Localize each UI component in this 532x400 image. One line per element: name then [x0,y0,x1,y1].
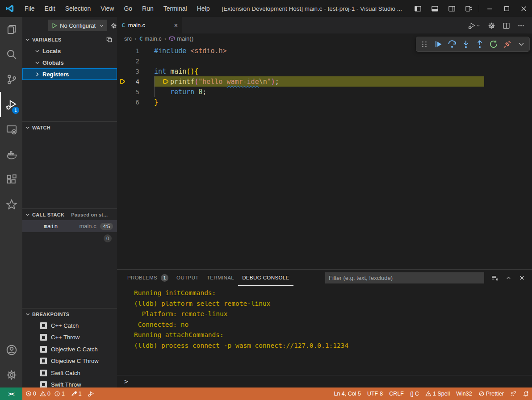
breakpoints-header[interactable]: BREAKPOINTS [22,308,117,320]
gear-icon[interactable] [110,22,117,29]
menu-file[interactable]: File [20,0,40,17]
step-over-button[interactable] [448,40,457,49]
activity-item-run-and-debug[interactable]: 1 [0,92,22,117]
settings-gear-button[interactable] [488,21,495,29]
variables-header[interactable]: VARIABLES [22,34,117,45]
breakpoint-checkbox[interactable] [40,346,47,353]
debug-run-dropdown-button[interactable] [468,21,481,29]
menu-terminal[interactable]: Terminal [159,0,192,17]
activity-item-favorites[interactable] [0,192,22,217]
layout-secondary-sidebar-button[interactable] [443,0,460,17]
statusbar-problems[interactable]: 001 [22,388,68,400]
menu-run[interactable]: Run [137,0,159,17]
debug-console-input[interactable]: > [117,375,532,388]
menu-help[interactable]: Help [192,0,215,17]
disconnect-button[interactable] [503,40,512,49]
more-actions-button[interactable] [517,21,525,29]
statusbar-feedback[interactable] [507,388,519,400]
panel-tab-debug-console[interactable]: DEBUG CONSOLE [238,270,293,286]
console-line: Platform: remote-linux [134,309,532,320]
step-out-button[interactable] [475,40,484,49]
step-into-button[interactable] [461,40,470,49]
breadcrumb-item-2[interactable]: Cmain.c [139,35,162,42]
breakpoint-item[interactable]: C++ Catch [22,320,117,332]
vscode-window: FileEditSelectionViewGoRunTerminalHelp [… [0,0,532,400]
maximize-button[interactable] [498,0,515,17]
breakpoint-checkbox[interactable] [40,381,47,388]
layout-sidebar-button[interactable] [409,0,426,17]
variables-scope-registers[interactable]: Registers [22,68,117,80]
variables-scope-locals[interactable]: Locals [22,45,117,57]
menu-view[interactable]: View [96,0,119,17]
close-panel-icon[interactable] [519,275,525,281]
breakpoint-item[interactable]: C++ Throw [22,332,117,344]
c-file-icon: C [121,22,125,29]
scope-label: Locals [42,48,61,54]
breakpoint-item[interactable]: Swift Catch [22,367,117,379]
remote-indicator[interactable]: >< [0,388,22,400]
breadcrumb-item-3[interactable]: main() [169,35,193,42]
split-editor-button[interactable] [503,21,510,29]
dropdown-chevron-button[interactable] [517,40,526,49]
panel-actions [325,272,532,283]
activity-item-search[interactable] [0,42,22,67]
statusbar-notifications[interactable] [519,388,532,400]
activity-item-remote-explorer[interactable] [0,117,22,142]
breakpoint-checkbox[interactable] [40,370,47,376]
console-filter-input[interactable] [325,272,484,283]
panel-tab-label: PROBLEMS [127,275,157,280]
breakpoint-checkbox[interactable] [40,334,47,341]
panel-tab-output[interactable]: OUTPUT [172,270,203,286]
layout-panel-button[interactable] [426,0,443,17]
breakpoint-item[interactable]: Objective C Throw [22,355,117,367]
debug-console-output[interactable]: Running initCommands:(lldb) platform sel… [117,286,532,375]
panel-tab-problems[interactable]: PROBLEMS1 [123,270,172,286]
code-editor[interactable]: 1#include <stdio.h>23int main(){4printf(… [117,43,532,269]
variables-scope-globals[interactable]: Globals [22,57,117,68]
activity-item-source-control[interactable] [0,67,22,92]
activity-item-settings[interactable] [0,362,22,388]
activity-item-extensions[interactable] [0,167,22,192]
continue-button[interactable] [434,40,443,49]
breakpoint-checkbox[interactable] [40,322,47,329]
statusbar-tools-counter[interactable]: 1 [68,388,85,400]
statusbar-encoding[interactable]: UTF-8 [364,388,386,400]
call-stack-header[interactable]: CALL STACK Paused on st... [22,209,117,220]
statusbar-platform[interactable]: Win32 [453,388,475,400]
gutter-breakpoint-area[interactable] [117,78,128,85]
activity-item-docker[interactable] [0,142,22,167]
statusbar-eol[interactable]: CRLF [386,388,407,400]
breakpoint-checkbox[interactable] [40,358,47,364]
clear-console-icon[interactable] [491,274,498,282]
symbol-cube-icon [169,35,175,42]
close-tab-icon[interactable]: × [174,22,178,29]
chevron-down-icon [476,23,481,28]
activity-item-explorer[interactable] [0,17,22,42]
chevron-up-icon[interactable] [505,275,512,281]
favorites-icon [6,199,17,210]
statusbar-spell-checker[interactable]: 1 Spell [422,388,453,400]
close-button[interactable] [515,0,532,17]
statusbar-language-mode[interactable]: {}C [407,388,422,400]
duplicate-icon[interactable] [106,36,113,43]
minimize-button[interactable] [481,0,498,17]
tab-main-c[interactable]: C main.c × [117,17,182,33]
panel-tab-terminal[interactable]: TERMINAL [203,270,238,286]
statusbar-cursor-position[interactable]: Ln 4, Col 5 [331,388,364,400]
menu-selection[interactable]: Selection [60,0,96,17]
statusbar-prettier[interactable]: Prettier [475,388,507,400]
statusbar-debug-indicator[interactable] [85,388,97,400]
debug-badge: 1 [12,107,19,114]
watch-header[interactable]: WATCH [22,122,117,133]
menu-go[interactable]: Go [119,0,137,17]
activity-item-accounts[interactable] [0,338,22,362]
breakpoint-item[interactable]: Swift Throw [22,379,117,388]
restart-button[interactable] [489,40,498,49]
menu-edit[interactable]: Edit [40,0,60,17]
debug-config-dropdown[interactable]: No Configurat [48,20,107,31]
breakpoint-item[interactable]: Objective C Catch [22,343,117,355]
frame-file: main.c [79,223,96,229]
customize-layout-button[interactable] [460,0,477,17]
breadcrumb-item-1[interactable]: src [124,35,132,42]
stack-frame[interactable]: mainmain.c4:5 [22,220,117,232]
